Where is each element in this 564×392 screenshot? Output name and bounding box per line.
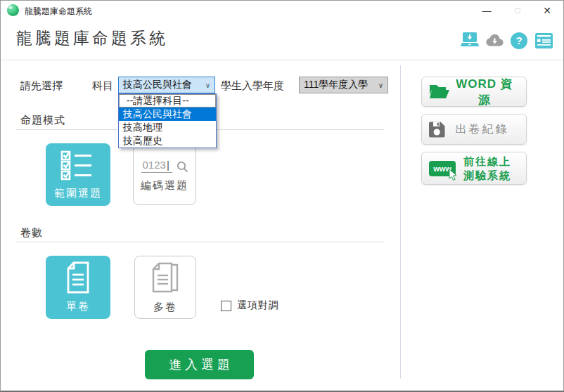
online-test-button[interactable]: www 前往線上 測驗系統 — [421, 152, 527, 185]
dropdown-option[interactable]: --請選擇科目-- — [119, 94, 216, 107]
floppy-disk-icon — [429, 122, 445, 138]
maximize-button[interactable]: □ — [506, 1, 530, 20]
swap-options-checkbox[interactable] — [221, 301, 231, 311]
close-button[interactable]: ✕ — [535, 1, 559, 20]
help-glyph: ? — [511, 32, 527, 49]
subject-dropdown-list: --請選擇科目-- 技高公民與社會 技高地理 技高歷史 — [118, 93, 217, 148]
www-cursor-icon: www — [429, 161, 456, 176]
prompt-label: 請先選擇 — [20, 79, 63, 93]
exam-record-button[interactable]: 出卷紀錄 — [421, 114, 527, 145]
year-label: 學生入學年度 — [221, 79, 284, 93]
subject-select-value: 技高公民與社會 — [123, 79, 192, 91]
page-title: 龍騰題庫命題系統 — [16, 27, 168, 49]
year-select-value: 111學年度入學 — [304, 79, 368, 91]
chevron-down-icon: ∨ — [205, 81, 210, 89]
year-select[interactable]: 111學年度入學 ∨ — [299, 77, 388, 93]
single-paper-button[interactable]: 單卷 — [46, 256, 110, 319]
code-input[interactable]: 0123| — [141, 159, 188, 173]
single-document-icon — [65, 261, 91, 294]
copies-section-title: 卷數 — [20, 226, 43, 240]
titlebar-title: 龍騰題庫命題系統 — [25, 6, 92, 18]
exam-record-label: 出卷紀錄 — [445, 122, 519, 137]
online-test-line2: 測驗系統 — [456, 169, 519, 183]
code-select-button[interactable]: 0123| 編碼選題 — [133, 145, 196, 205]
checklist-icon — [60, 150, 96, 181]
header-toolbar: ? — [460, 32, 553, 49]
swap-options-label: 選項對調 — [237, 299, 279, 312]
chevron-down-icon: ∨ — [378, 81, 383, 89]
enter-selection-button[interactable]: 進入選題 — [145, 350, 254, 379]
cloud-download-icon[interactable] — [485, 32, 504, 49]
multi-paper-button[interactable]: 多卷 — [134, 256, 196, 319]
multi-paper-label: 多卷 — [153, 301, 177, 314]
online-test-label: 前往線上 測驗系統 — [456, 155, 519, 182]
section-divider — [16, 242, 384, 242]
online-test-line1: 前往線上 — [456, 155, 519, 169]
dropdown-option[interactable]: 技高歷史 — [119, 134, 216, 148]
single-paper-label: 單卷 — [66, 300, 90, 313]
titlebar: 龍騰題庫命題系統 — □ ✕ — [1, 1, 563, 20]
laptop-download-icon[interactable] — [460, 32, 480, 49]
app-logo-icon — [7, 4, 19, 16]
dropdown-option-selected[interactable]: 技高公民與社會 — [119, 107, 216, 121]
minimize-button[interactable]: — — [475, 1, 499, 20]
dropdown-option[interactable]: 技高地理 — [119, 121, 216, 134]
swap-options-row: 選項對調 — [221, 299, 279, 312]
search-icon — [177, 161, 188, 173]
range-select-label: 範圍選題 — [54, 187, 102, 200]
exam-list-icon[interactable] — [534, 32, 553, 49]
content-divider — [400, 65, 401, 379]
help-icon[interactable]: ? — [509, 32, 529, 49]
range-select-button[interactable]: 範圍選題 — [46, 143, 110, 206]
mode-section-title: 命題模式 — [20, 114, 65, 127]
header-separator — [1, 60, 563, 60]
subject-label: 科目 — [92, 79, 113, 93]
text-caret: | — [167, 159, 169, 171]
app-window: 龍騰題庫命題系統 — □ ✕ 龍騰題庫命題系統 — [0, 0, 564, 392]
code-input-value: 0123 — [143, 159, 166, 171]
word-resource-label: WORD 資源 — [450, 76, 519, 108]
word-resource-button[interactable]: WORD 資源 — [421, 77, 527, 107]
code-select-label: 編碼選題 — [141, 179, 188, 192]
multi-document-icon — [149, 261, 181, 294]
subject-select[interactable]: 技高公民與社會 ∨ — [118, 77, 215, 93]
folder-open-icon — [429, 84, 450, 100]
